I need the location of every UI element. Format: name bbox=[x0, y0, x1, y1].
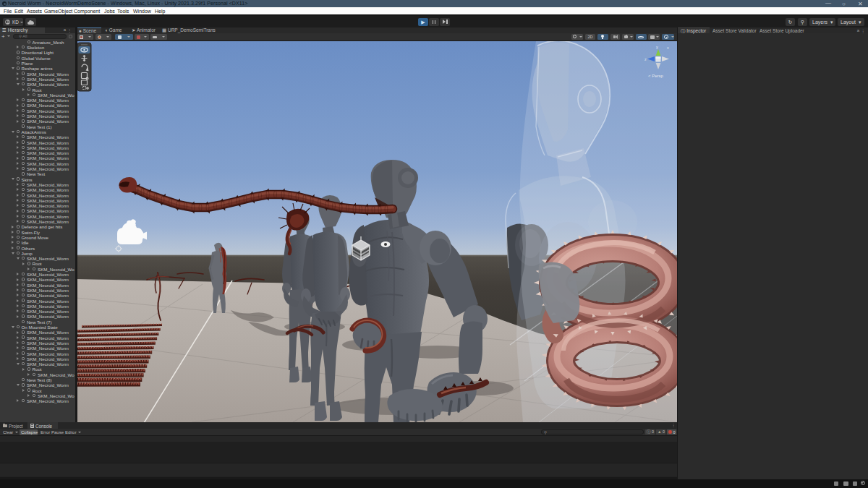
svg-text:x: x bbox=[667, 46, 669, 50]
svg-text:< Persp: < Persp bbox=[648, 74, 664, 78]
svg-text:z: z bbox=[644, 57, 647, 61]
svg-text:y: y bbox=[656, 45, 658, 49]
